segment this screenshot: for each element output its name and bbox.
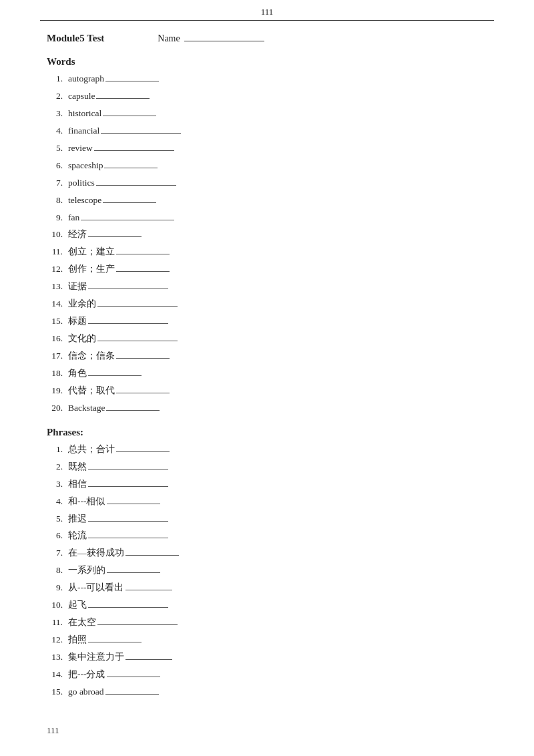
- item-text: 角色: [68, 366, 87, 381]
- word-list-item: 18.角色: [47, 366, 487, 381]
- phrase-list-item: 9.从---可以看出: [47, 580, 487, 596]
- item-text: capsule: [68, 89, 95, 104]
- answer-blank[interactable]: [125, 659, 172, 660]
- word-list-item: 5.review: [47, 141, 487, 156]
- answer-blank[interactable]: [103, 202, 156, 203]
- item-text: 代替；取代: [68, 383, 115, 399]
- page-number-top: 111: [40, 0, 494, 21]
- answer-blank[interactable]: [97, 341, 178, 341]
- answer-blank[interactable]: [107, 504, 160, 504]
- word-list-item: 4.financial: [47, 124, 487, 139]
- answer-blank[interactable]: [88, 289, 168, 289]
- item-number: 4.: [47, 494, 68, 510]
- answer-blank[interactable]: [88, 236, 142, 237]
- item-text: 总共；合计: [68, 442, 115, 457]
- phrase-list-item: 10.起飞: [47, 598, 487, 613]
- item-number: 12.: [47, 262, 68, 277]
- phrase-list-item: 7.在—获得成功: [47, 546, 487, 561]
- word-list-item: 19.代替；取代: [47, 383, 487, 399]
- item-text: 拍照: [68, 632, 87, 648]
- word-list-item: 12.创作；生产: [47, 262, 487, 277]
- item-text: 业余的: [68, 297, 96, 312]
- phrase-list-item: 6.轮流: [47, 528, 487, 544]
- phrase-list-item: 12.拍照: [47, 632, 487, 648]
- answer-blank[interactable]: [94, 150, 174, 151]
- item-text: autograph: [68, 71, 104, 87]
- answer-blank[interactable]: [88, 607, 168, 608]
- item-number: 19.: [47, 383, 68, 399]
- answer-blank[interactable]: [116, 254, 170, 254]
- answer-blank[interactable]: [116, 358, 170, 359]
- answer-blank[interactable]: [88, 642, 142, 642]
- answer-blank[interactable]: [107, 677, 160, 677]
- item-number: 5.: [47, 141, 68, 156]
- word-list-item: 8.telescope: [47, 193, 487, 208]
- module-title: Module5 Test: [47, 33, 104, 44]
- answer-blank[interactable]: [116, 271, 170, 272]
- content-area: Words 1.autograph 2.capsule 3.historical…: [0, 56, 534, 724]
- item-text: 在太空: [68, 615, 96, 630]
- answer-blank[interactable]: [96, 185, 176, 186]
- item-text: 和---相似: [68, 494, 105, 510]
- answer-blank[interactable]: [105, 694, 159, 695]
- word-list-item: 16.文化的: [47, 331, 487, 347]
- item-number: 8.: [47, 563, 68, 578]
- phrase-list-item: 15.go abroad: [47, 685, 487, 700]
- item-text: 文化的: [68, 331, 96, 347]
- item-number: 13.: [47, 279, 68, 295]
- item-text: spaceship: [68, 158, 103, 174]
- answer-blank[interactable]: [101, 133, 181, 134]
- word-list-item: 2.capsule: [47, 89, 487, 104]
- item-text: 信念；信条: [68, 349, 115, 364]
- item-number: 1.: [47, 442, 68, 457]
- answer-blank[interactable]: [97, 306, 178, 307]
- word-list-item: 1.autograph: [47, 71, 487, 87]
- word-list-item: 15.标题: [47, 314, 487, 329]
- item-text: go abroad: [68, 685, 104, 700]
- name-underline: [184, 41, 264, 41]
- item-text: 从---可以看出: [68, 580, 124, 596]
- answer-blank[interactable]: [81, 220, 174, 220]
- answer-blank[interactable]: [88, 323, 168, 324]
- word-list-item: 7.politics: [47, 176, 487, 191]
- item-number: 14.: [47, 667, 68, 683]
- answer-blank[interactable]: [125, 555, 179, 556]
- answer-blank[interactable]: [88, 469, 168, 469]
- answer-blank[interactable]: [97, 624, 178, 625]
- item-number: 16.: [47, 331, 68, 347]
- item-number: 17.: [47, 349, 68, 364]
- item-number: 3.: [47, 106, 68, 122]
- item-text: 把---分成: [68, 667, 105, 683]
- item-text: 既然: [68, 459, 87, 475]
- answer-blank[interactable]: [103, 116, 156, 116]
- phrase-list-item: 13.集中注意力于: [47, 650, 487, 665]
- word-list-item: 6.spaceship: [47, 158, 487, 174]
- answer-blank[interactable]: [88, 521, 168, 522]
- item-text: 轮流: [68, 528, 87, 544]
- words-section-title: Words: [47, 56, 487, 67]
- answer-blank[interactable]: [88, 375, 142, 376]
- answer-blank[interactable]: [116, 451, 170, 452]
- phrase-list-item: 5.推迟: [47, 512, 487, 527]
- item-text: 相信: [68, 477, 87, 492]
- answer-blank[interactable]: [116, 393, 170, 393]
- item-number: 10.: [47, 227, 68, 242]
- item-number: 6.: [47, 158, 68, 174]
- answer-blank[interactable]: [106, 410, 160, 411]
- item-text: historical: [68, 106, 101, 122]
- answer-blank[interactable]: [96, 98, 150, 99]
- answer-blank[interactable]: [125, 590, 172, 590]
- item-number: 10.: [47, 598, 68, 613]
- item-text: telescope: [68, 193, 101, 208]
- word-list-item: 10.经济: [47, 227, 487, 242]
- phrase-list-item: 4.和---相似: [47, 494, 487, 510]
- answer-blank[interactable]: [105, 81, 159, 81]
- item-text: 证据: [68, 279, 87, 295]
- answer-blank[interactable]: [104, 168, 158, 168]
- phrase-list-item: 8.一系列的: [47, 563, 487, 578]
- item-text: 经济: [68, 227, 87, 242]
- item-number: 9.: [47, 210, 68, 226]
- answer-blank[interactable]: [107, 572, 160, 573]
- answer-blank[interactable]: [88, 538, 168, 538]
- answer-blank[interactable]: [88, 486, 168, 487]
